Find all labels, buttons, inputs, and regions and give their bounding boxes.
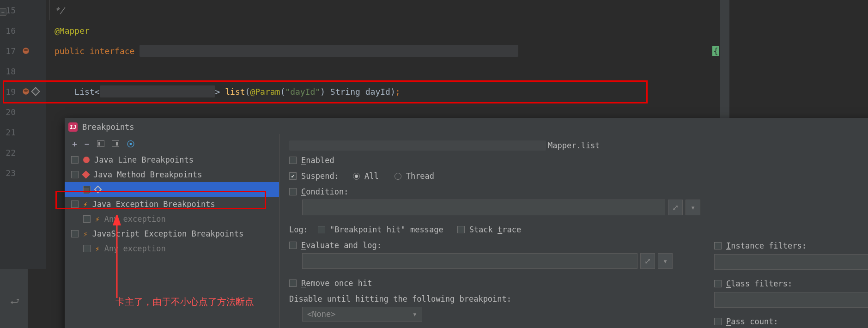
tree-label: Java Method Breakpoints [93, 170, 202, 179]
evaluate-field[interactable] [302, 253, 637, 269]
label: Evaluate and log: [301, 241, 382, 250]
chevron-down-icon[interactable]: ▾ [686, 200, 700, 215]
suspend-thread-radio[interactable] [395, 173, 401, 180]
svg-point-3 [24, 90, 28, 92]
tree-category-java-method[interactable]: Java Method Breakpoints [65, 167, 279, 182]
dialog-title: Breakpoints [82, 122, 134, 132]
expand-icon[interactable]: ⤢ [668, 200, 683, 215]
label: Thread [406, 171, 434, 181]
annotation-text: 卡主了，由于不小心点了方法断点 [115, 296, 254, 308]
tree-label: JavaScript Exception Breakpoints [92, 229, 244, 238]
pass-count-checkbox[interactable] [714, 318, 722, 325]
code-text: ( [280, 87, 285, 97]
tree-item-any-exception[interactable]: ⚡ Any exception [65, 212, 279, 226]
redacted-text [140, 45, 518, 57]
svg-rect-7 [116, 142, 118, 146]
breakpoint-name: Mapper.list [548, 141, 600, 150]
class-filters-checkbox[interactable] [714, 280, 722, 287]
method-breakpoint-icon [94, 186, 102, 194]
tree-label: Java Line Breakpoints [94, 155, 194, 164]
label: Remove once hit [301, 279, 372, 288]
line-number: 19 [0, 87, 18, 97]
toolbar-icon[interactable] [112, 139, 119, 149]
toolbar-icon[interactable]: ⦿ [127, 139, 135, 149]
label: Enabled [301, 156, 334, 165]
tree-item-any-exception[interactable]: ⚡ Any exception [65, 241, 279, 256]
java-class-icon [21, 87, 30, 96]
checkbox[interactable] [83, 186, 91, 193]
code-text: List< [74, 87, 99, 97]
instance-filters-checkbox[interactable] [714, 242, 722, 249]
code-text: ; [395, 87, 401, 97]
editor-gutter: 15− 16 17 18 19 20 21 22 23 [0, 0, 46, 269]
label: "Breakpoint hit" message [330, 225, 443, 234]
soft-wrap-icon[interactable]: ⮐ [10, 296, 28, 307]
exception-breakpoint-icon: ⚡ [83, 200, 88, 209]
checkbox[interactable] [71, 230, 79, 237]
checkbox[interactable] [83, 215, 91, 223]
chevron-down-icon[interactable]: ▾ [658, 253, 673, 269]
checkbox[interactable] [71, 200, 79, 208]
tree-label: Java Exception Breakpoints [92, 200, 215, 209]
remove-breakpoint-button[interactable]: − [85, 139, 90, 149]
svg-rect-6 [112, 140, 119, 147]
expand-icon[interactable]: ⤢ [640, 253, 655, 269]
line-number: 20 [0, 107, 18, 117]
tree-label: Any exception [104, 214, 166, 224]
add-breakpoint-button[interactable]: + [72, 139, 77, 149]
stack-trace-checkbox[interactable] [457, 226, 465, 233]
checkbox[interactable] [71, 171, 79, 178]
label: Log: [289, 225, 313, 234]
enabled-checkbox[interactable] [289, 157, 297, 164]
log-message-checkbox[interactable] [318, 226, 325, 233]
brace-highlight: { [712, 46, 719, 56]
line-number: 23 [0, 168, 18, 178]
breakpoint-header: Mapper.list [289, 139, 868, 152]
tree-item-selected[interactable] [65, 182, 279, 197]
code-text: String [330, 87, 360, 97]
code-text [325, 87, 330, 97]
filters-panel: Instance filters: … Class filters: 📂 Pas… [714, 237, 868, 328]
exception-breakpoint-icon: ⚡ [95, 244, 100, 253]
evaluate-log-checkbox[interactable] [289, 242, 297, 249]
tree-category-java-exception[interactable]: ⚡ Java Exception Breakpoints [65, 197, 279, 212]
tree-label: Any exception [104, 244, 166, 253]
label: Pass count: [726, 317, 778, 326]
code-text: ) [390, 87, 395, 97]
intellij-icon: IJ [68, 122, 78, 132]
code-text: ( [245, 87, 250, 97]
condition-field[interactable] [302, 200, 665, 215]
suspend-all-radio[interactable] [353, 173, 360, 180]
code-text: public [55, 46, 85, 56]
dialog-titlebar[interactable]: IJ Breakpoints ✕ [65, 118, 868, 136]
method-breakpoint-icon[interactable] [31, 87, 40, 96]
svg-rect-5 [98, 142, 100, 146]
suspend-checkbox[interactable] [289, 172, 297, 180]
tree-category-java-line[interactable]: Java Line Breakpoints [65, 152, 279, 167]
fold-handle-icon[interactable]: − [0, 8, 6, 16]
exception-breakpoint-icon: ⚡ [83, 230, 88, 238]
breakpoint-details: Mapper.list Enabled Suspend: All Thread … [279, 134, 868, 328]
label: Class filters: [726, 279, 792, 288]
line-number: 21 [0, 128, 18, 137]
code-text: @Mapper [55, 26, 90, 36]
code-text: list [225, 87, 245, 97]
line-number: 16 [0, 26, 18, 36]
code-text: ) [320, 87, 325, 97]
disable-until-select[interactable]: <None> ▾ [302, 307, 422, 322]
class-filters-field[interactable] [714, 292, 868, 308]
condition-checkbox[interactable] [289, 188, 297, 195]
code-text: > [215, 87, 225, 97]
line-breakpoint-icon [83, 157, 90, 163]
remove-once-checkbox[interactable] [289, 279, 297, 287]
instance-filters-field[interactable] [714, 254, 868, 270]
label: All [364, 171, 379, 181]
line-number: 18 [0, 67, 18, 76]
checkbox[interactable] [71, 156, 79, 164]
label: Suspend: [301, 171, 339, 181]
tree-category-js-exception[interactable]: ⚡ JavaScript Exception Breakpoints [65, 226, 279, 241]
checkbox[interactable] [83, 245, 91, 252]
toolbar-icon[interactable] [97, 139, 104, 149]
java-class-icon [21, 46, 30, 55]
exception-breakpoint-icon: ⚡ [95, 215, 100, 224]
